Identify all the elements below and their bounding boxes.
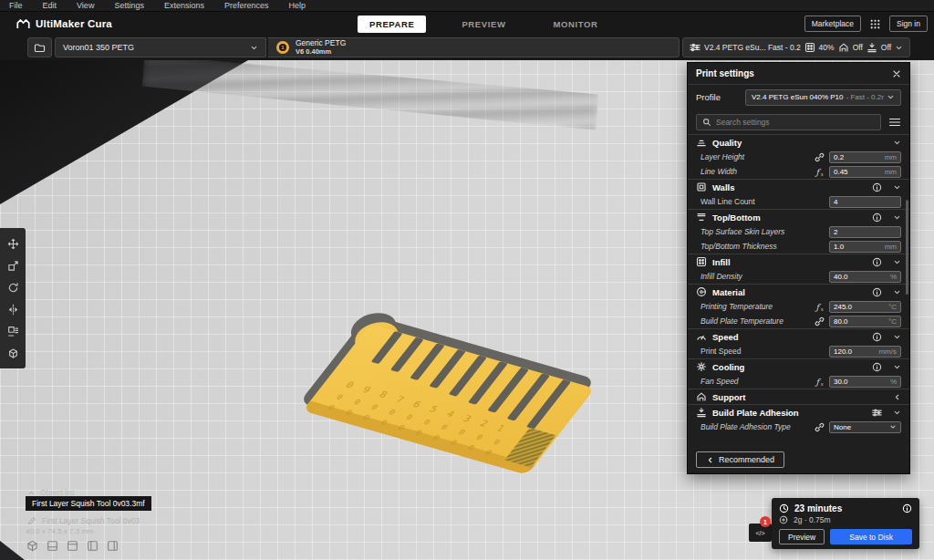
scale-tool-button[interactable]: [0, 254, 26, 276]
chevron-down-icon[interactable]: [893, 183, 901, 192]
support-blocker-tool-button[interactable]: [0, 342, 26, 364]
chevron-down-icon: [895, 44, 903, 52]
search-input[interactable]: [716, 118, 875, 127]
info-icon[interactable]: [872, 287, 882, 297]
support-icon: [696, 391, 707, 402]
section-quality[interactable]: Quality: [688, 134, 909, 150]
setting-value-field[interactable]: 0.2mm: [829, 151, 901, 163]
close-icon[interactable]: [892, 69, 901, 78]
info-icon[interactable]: [872, 332, 882, 342]
applications-grid-icon[interactable]: [869, 18, 881, 30]
menu-help[interactable]: Help: [278, 0, 316, 12]
custom-settings-icon[interactable]: [872, 408, 882, 418]
support-blocker-icon: [7, 347, 19, 359]
printed-model[interactable]: 0987654321 0000000000 0000000000: [321, 310, 576, 493]
chevron-left-icon[interactable]: [893, 393, 901, 401]
view-right-button[interactable]: [106, 539, 119, 553]
chevron-down-icon[interactable]: [893, 363, 901, 371]
section-top-bottom[interactable]: Top/Bottom: [688, 209, 909, 224]
open-file-button[interactable]: [27, 37, 52, 57]
fx-icon: ƒx: [812, 301, 826, 312]
section-label: Walls: [712, 182, 867, 192]
setting-top-surface-skin-layers: Top Surface Skin Layers2: [688, 224, 909, 239]
printer-selector[interactable]: Voron01 350 PETG: [55, 37, 266, 57]
configuration-bar: Voron01 350 PETG 1 Generic PETG V6 0.40m…: [0, 36, 934, 60]
material-icon: [696, 286, 707, 297]
section-infill[interactable]: Infill: [688, 254, 909, 269]
move-tool-button[interactable]: [0, 233, 26, 254]
fx-icon: ƒx: [812, 166, 826, 177]
setting-dropdown[interactable]: None: [829, 421, 901, 433]
selected-object-pill[interactable]: First Layer Squish Tool 0v03.3mf: [26, 496, 151, 511]
mirror-tool-button[interactable]: [0, 298, 26, 320]
info-icon[interactable]: [872, 213, 882, 223]
setting-value-field[interactable]: 120.0mm/s: [829, 346, 901, 358]
setting-value-field[interactable]: 1.0mm: [829, 241, 901, 253]
section-walls[interactable]: Walls: [688, 179, 909, 194]
setting-value-field[interactable]: 2: [829, 226, 901, 238]
print-settings-summary-button[interactable]: V2.4 PETG eSu... Fast - 0.2mm 40% Off Of…: [682, 37, 910, 57]
view-left-button[interactable]: [86, 539, 99, 553]
profile-dropdown[interactable]: V2.4 PETG eSun 040% P10 - Fast - 0.2mm: [745, 89, 901, 106]
section-speed[interactable]: Speed: [688, 328, 909, 344]
stage-tabs: PREPAREPREVIEWMONITOR: [358, 12, 609, 36]
settings-menu-icon[interactable]: [888, 117, 901, 128]
menu-settings[interactable]: Settings: [104, 0, 154, 12]
link-icon: [812, 151, 826, 162]
chevron-down-icon[interactable]: [893, 409, 901, 417]
info-icon[interactable]: [872, 362, 882, 372]
setting-label: Wall Line Count: [700, 197, 812, 206]
view-top-button[interactable]: [66, 539, 79, 553]
no-modifier: [812, 196, 826, 207]
info-icon[interactable]: [872, 257, 882, 267]
setting-value: 245.0: [834, 303, 887, 311]
panel-scrollbar[interactable]: [906, 200, 908, 295]
per-model-settings-tool-button[interactable]: [0, 320, 26, 342]
chevron-down-icon[interactable]: [893, 139, 901, 147]
section-support[interactable]: Support: [688, 389, 909, 404]
section-cooling[interactable]: Cooling: [688, 358, 909, 374]
panel-title: Print settings: [696, 68, 892, 78]
section-label: Cooling: [712, 362, 867, 372]
section-material[interactable]: Material: [688, 284, 909, 299]
setting-layer-height: Layer Height0.2mm: [688, 150, 909, 164]
section-label: Quality: [712, 138, 887, 148]
info-icon[interactable]: [902, 503, 912, 513]
save-to-disk-button[interactable]: Save to Disk: [830, 529, 912, 544]
setting-value-field[interactable]: 30.0%: [829, 376, 901, 388]
chevron-down-icon[interactable]: [893, 333, 901, 341]
menu-preferences[interactable]: Preferences: [214, 0, 279, 12]
marketplace-button[interactable]: Marketplace: [804, 16, 861, 32]
menu-edit[interactable]: Edit: [33, 0, 67, 12]
setting-value-field[interactable]: 40.0%: [829, 271, 901, 283]
chevron-down-icon[interactable]: [893, 213, 901, 222]
menu-view[interactable]: View: [67, 0, 104, 12]
rename-pencil-icon[interactable]: [27, 516, 36, 525]
setting-value-field[interactable]: 245.0°C: [829, 301, 901, 313]
setting-value: 40.0: [834, 273, 888, 281]
section-build-plate-adhesion[interactable]: Build Plate Adhesion: [688, 404, 909, 420]
menu-file[interactable]: File: [9, 0, 33, 12]
setting-value-field[interactable]: 4: [829, 196, 901, 208]
view-3d-button[interactable]: [26, 539, 39, 553]
preview-button[interactable]: Preview: [779, 529, 825, 544]
tab-prepare[interactable]: PREPARE: [358, 16, 426, 33]
material-selector[interactable]: 1 Generic PETG V6 0.40mm: [267, 37, 680, 57]
cooling-icon: [696, 361, 707, 372]
recommended-mode-button[interactable]: Recommended: [696, 451, 784, 468]
chevron-down-icon[interactable]: [893, 258, 901, 266]
setting-value-field[interactable]: 0.45mm: [829, 166, 901, 178]
setting-value-field[interactable]: 80.0°C: [829, 316, 901, 327]
chevron-down-icon[interactable]: [893, 288, 901, 296]
setting-label: Top/Bottom Thickness: [700, 242, 812, 251]
sign-in-button[interactable]: Sign in: [889, 16, 928, 32]
section-label: Material: [712, 287, 867, 297]
view-front-button[interactable]: [46, 539, 59, 553]
menu-extensions[interactable]: Extensions: [154, 0, 214, 12]
walls-icon: [696, 181, 707, 192]
section-label: Support: [712, 392, 887, 402]
rotate-tool-button[interactable]: [0, 276, 26, 298]
info-icon[interactable]: [872, 182, 882, 192]
tab-preview[interactable]: PREVIEW: [450, 16, 517, 33]
tab-monitor[interactable]: MONITOR: [541, 16, 609, 33]
